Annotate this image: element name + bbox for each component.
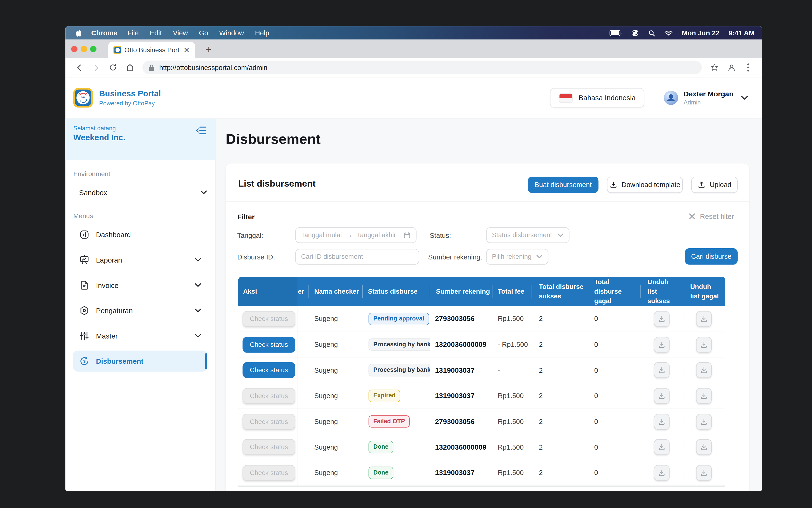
download-sukses-button[interactable] (654, 439, 670, 455)
download-sukses-button[interactable] (654, 311, 670, 327)
menubar-item-file[interactable]: File (128, 29, 139, 37)
user-avatar[interactable] (664, 91, 678, 105)
brand-subtitle: Powered by OttoPay (99, 100, 161, 107)
window-close-button[interactable] (71, 46, 78, 52)
menubar-item-help[interactable]: Help (255, 29, 269, 37)
download-icon (658, 367, 665, 374)
table-header: Aksi er Nama checker Status disburse Sum… (239, 277, 725, 306)
download-sukses-button[interactable] (654, 414, 670, 429)
sidebar-item-disbursement[interactable]: $ Disbursement (73, 351, 208, 372)
menubar-item-edit[interactable]: Edit (150, 29, 162, 37)
ottopay-logo: OTTOPAY (73, 88, 93, 108)
browser-toolbar: http://ottobusinessportal.com/admin (65, 58, 762, 77)
total-disburse-gagal-value: 0 (587, 392, 640, 400)
disburse-id-input[interactable] (301, 253, 413, 260)
maker-cell (298, 383, 309, 409)
menubar-item-go[interactable]: Go (199, 29, 208, 37)
date-range-input[interactable]: Tanggal mulai → Tanggal akhir (295, 227, 417, 243)
sidebar-item-pengaturan[interactable]: Pengaturan (73, 300, 208, 321)
download-template-button[interactable]: Download template (607, 177, 683, 193)
sumber-rekening-dropdown[interactable]: Pilih rekening (486, 249, 549, 265)
table-row: Check statusSugengProcessing by bank1320… (239, 332, 725, 357)
reset-filter-button[interactable]: Reset filter (689, 212, 734, 220)
forward-button[interactable] (89, 60, 103, 74)
upload-button[interactable]: Upload (691, 177, 737, 193)
total-disburse-gagal-value: 0 (587, 341, 640, 348)
download-sukses-button[interactable] (654, 388, 670, 404)
welcome-panel: Selamat datang Weekend Inc. (65, 119, 215, 160)
window-minimize-button[interactable] (81, 46, 87, 52)
window-zoom-button[interactable] (90, 46, 97, 52)
wifi-icon[interactable] (664, 30, 673, 36)
reload-button[interactable] (106, 60, 120, 74)
tanggal-label: Tanggal: (237, 231, 263, 239)
address-bar[interactable]: http://ottobusinessportal.com/admin (142, 60, 702, 74)
bookmark-star-icon[interactable] (708, 60, 721, 74)
menubar-item-view[interactable]: View (173, 29, 188, 37)
sidebar-item-dashboard[interactable]: Dashboard (73, 224, 208, 245)
status-cell: Processing by bank (362, 338, 430, 351)
download-gagal-button[interactable] (696, 337, 712, 352)
page-scrollbar[interactable] (758, 119, 762, 492)
back-button[interactable] (72, 60, 86, 74)
column-header-sumber-rekening: Sumber rekening (430, 277, 492, 306)
sumber-rekening-value: 1319003037 (430, 469, 492, 477)
check-status-button[interactable]: Check status (243, 388, 295, 404)
environment-selector[interactable]: Sandbox (65, 181, 215, 204)
language-selector[interactable]: Bahasa Indonesia (550, 88, 645, 108)
download-sukses-button[interactable] (654, 465, 670, 481)
download-gagal-button[interactable] (696, 465, 712, 481)
maker-cell (298, 358, 309, 383)
menubar-item-window[interactable]: Window (219, 29, 244, 37)
unduh-sukses-cell (640, 409, 683, 434)
sidebar-item-invoice[interactable]: Invoice (73, 274, 208, 296)
new-tab-button[interactable]: + (203, 43, 215, 56)
checker-name: Sugeng (308, 392, 362, 400)
total-disburse-sukses-value: 2 (531, 315, 587, 323)
home-button[interactable] (123, 60, 136, 74)
spotlight-search-icon[interactable] (648, 29, 655, 37)
check-status-button[interactable]: Check status (243, 311, 295, 327)
aksi-cell: Check status (239, 306, 298, 331)
svg-text:$: $ (83, 359, 86, 364)
table-row: Check statusSugengFailed OTP2793003056Rp… (239, 409, 725, 435)
check-status-button[interactable]: Check status (243, 337, 295, 352)
sidebar-collapse-icon[interactable] (196, 126, 207, 135)
sidebar-item-master[interactable]: Master (73, 325, 208, 346)
total-fee-value: - Rp1.500 (492, 341, 531, 348)
buat-disbursement-button[interactable]: Buat disbursement (528, 177, 599, 193)
apple-icon[interactable] (75, 29, 82, 37)
check-status-button[interactable]: Check status (243, 414, 295, 429)
download-icon (700, 392, 708, 399)
download-gagal-button[interactable] (696, 414, 712, 429)
download-sukses-button[interactable] (654, 337, 670, 352)
checker-name: Sugeng (308, 315, 362, 323)
column-header-maker-clipped: er (298, 277, 309, 306)
check-status-button[interactable]: Check status (243, 439, 295, 455)
control-center-icon[interactable] (631, 29, 639, 37)
kebab-menu-icon[interactable] (741, 60, 755, 74)
download-gagal-button[interactable] (696, 362, 712, 378)
download-gagal-button[interactable] (696, 388, 712, 404)
unduh-gagal-cell (683, 306, 725, 331)
cari-disburse-button[interactable]: Cari disburse (685, 248, 738, 265)
profile-icon[interactable] (724, 60, 738, 74)
browser-tab[interactable]: Otto Business Portal ✕ (108, 42, 195, 58)
user-menu[interactable]: Dexter Morgan Admin (684, 90, 733, 105)
download-gagal-button[interactable] (696, 311, 712, 327)
battery-icon[interactable] (609, 30, 622, 36)
aksi-cell: Check status (239, 460, 298, 485)
status-dropdown[interactable]: Status disbursement (486, 227, 569, 243)
brand-title: Business Portal (99, 89, 161, 99)
check-status-button[interactable]: Check status (243, 362, 295, 378)
user-chevron-down-icon[interactable] (741, 95, 748, 100)
check-status-button[interactable]: Check status (243, 465, 295, 481)
sidebar-item-laporan[interactable]: Laporan (73, 249, 208, 270)
download-gagal-button[interactable] (696, 439, 712, 455)
chevron-down-icon (536, 255, 543, 259)
menubar-item-chrome[interactable]: Chrome (91, 29, 117, 37)
tab-close-icon[interactable]: ✕ (182, 46, 191, 54)
page-title: Disbursement (225, 131, 320, 147)
status-badge: Done (369, 467, 393, 479)
download-sukses-button[interactable] (654, 362, 670, 378)
